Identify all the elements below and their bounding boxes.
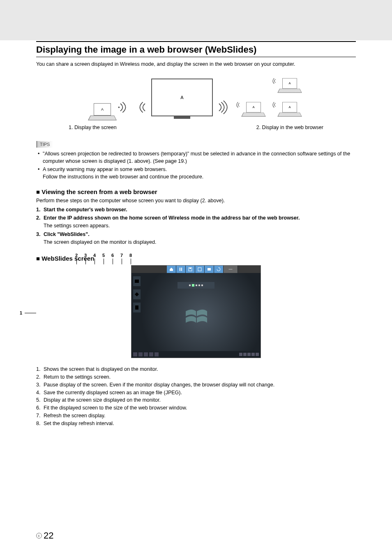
receive-icon xyxy=(269,73,278,89)
step-item: Click "WebSlides".The screen displayed o… xyxy=(36,231,356,246)
svg-rect-2 xyxy=(181,268,182,271)
center-widget xyxy=(178,282,214,289)
diagram: A A xyxy=(36,73,356,140)
legend-list: Shows the screen that is displayed on th… xyxy=(36,365,356,427)
header-band xyxy=(0,0,392,40)
step-item: Start the computer's web browser. xyxy=(36,206,356,214)
svg-rect-4 xyxy=(189,268,191,269)
broadcast-out-icon xyxy=(215,99,230,116)
diagram-caption-right: 2. Display in the web browser xyxy=(256,125,323,130)
laptop-client: A xyxy=(279,78,300,93)
subhead1-intro: Perform these steps on the computer whos… xyxy=(36,197,356,204)
legend-item: Set the display refresh interval. xyxy=(36,420,356,428)
legend-item: Save the currently displayed screen as a… xyxy=(36,389,356,397)
laptop-cluster: A A A xyxy=(233,73,302,118)
laptop-client: A xyxy=(243,102,263,117)
svg-rect-8 xyxy=(135,280,139,283)
tip-item: A security warning may appear in some we… xyxy=(36,166,356,180)
content-area: Displaying the image in a web browser (W… xyxy=(0,41,392,427)
legend-item: Display at the screen size displayed on … xyxy=(36,396,356,404)
step-item: Enter the IP address shown on the home s… xyxy=(36,214,356,230)
tips-list: "Allows screen projection be redirected … xyxy=(36,150,356,181)
svg-rect-7 xyxy=(229,269,233,270)
svg-rect-1 xyxy=(180,268,180,271)
svg-rect-9 xyxy=(135,305,138,310)
callout-left: 1 xyxy=(20,310,36,315)
callouts-top: 2 3 4 5 6 7 8 xyxy=(74,253,133,264)
legend-item: Pause display of the screen. Even if the… xyxy=(36,381,356,389)
sidebar-icon xyxy=(133,303,141,312)
page-footer: E 22 xyxy=(36,530,53,541)
subheading-viewing: Viewing the screen from a web browser xyxy=(36,188,356,195)
wireless-out-icon xyxy=(117,99,131,116)
sidebar-icon xyxy=(133,276,141,286)
tool-interval-icon xyxy=(224,266,238,273)
svg-rect-5 xyxy=(198,268,201,271)
laptop-client: A xyxy=(279,102,300,117)
page-number: 22 xyxy=(44,530,53,541)
tool-refresh-icon xyxy=(214,266,223,273)
legend-item: Return to the settings screen. xyxy=(36,373,356,381)
svg-point-0 xyxy=(118,106,120,108)
tool-home-icon xyxy=(167,266,176,273)
screenshot-figure: 2 3 4 5 6 7 8 1 xyxy=(36,265,356,358)
tips-label: TIPS xyxy=(36,141,53,148)
intro-text: You can share a screen displayed in Wire… xyxy=(36,61,356,67)
tool-save-icon xyxy=(186,266,195,273)
taskbar xyxy=(131,351,261,358)
receive-icon xyxy=(233,97,242,113)
tool-fit-icon xyxy=(205,266,214,273)
laptop-source: A xyxy=(90,103,114,120)
page: Displaying the image in a web browser (W… xyxy=(0,0,392,555)
tool-pause-icon xyxy=(176,266,185,273)
webslides-screenshot xyxy=(131,265,261,358)
steps-list: Start the computer's web browser. Enter … xyxy=(36,206,356,246)
legend-item: Shows the screen that is displayed on th… xyxy=(36,365,356,373)
tool-actual-size-icon xyxy=(195,266,204,273)
monitor: A xyxy=(151,79,213,116)
wireless-in-icon xyxy=(134,99,149,116)
tip-item: "Allows screen projection be redirected … xyxy=(36,150,356,165)
receive-icon xyxy=(269,97,278,113)
diagram-caption-left: 1. Display the screen xyxy=(69,125,117,130)
sidebar-icon xyxy=(133,289,141,299)
os-logo-icon xyxy=(184,306,208,327)
legend-item: Fit the displayed screen to the size of … xyxy=(36,404,356,412)
legend-item: Refresh the screen display. xyxy=(36,412,356,420)
section-title: Displaying the image in a web browser (W… xyxy=(36,42,356,57)
edition-marker: E xyxy=(36,533,42,539)
svg-rect-6 xyxy=(208,268,211,271)
